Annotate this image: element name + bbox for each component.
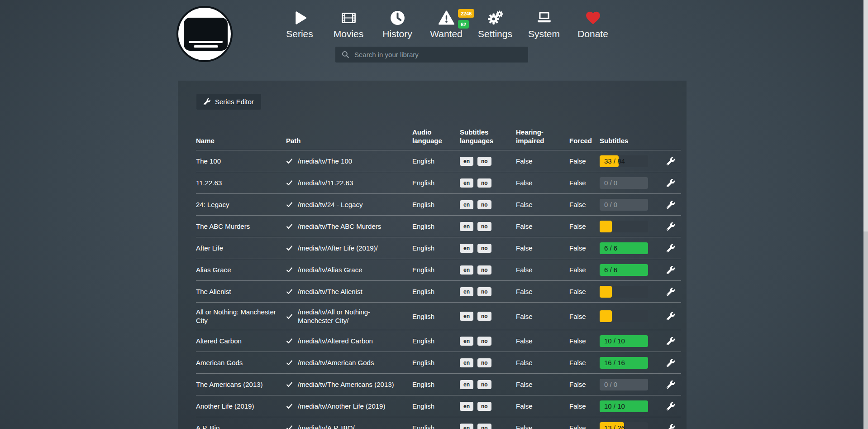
- series-name-link[interactable]: The Alienist: [196, 288, 231, 295]
- series-name-link[interactable]: The Americans (2013): [196, 381, 263, 388]
- subtitles-progress-bar: 6 / 6: [600, 242, 648, 254]
- nav-item-system[interactable]: System: [520, 7, 568, 39]
- subtitles-languages: enno: [460, 200, 516, 209]
- series-name-link[interactable]: Another Life (2019): [196, 402, 254, 410]
- forced-value: False: [569, 358, 600, 367]
- forced-value: False: [569, 244, 600, 252]
- check-icon: [286, 245, 293, 251]
- edit-series-button[interactable]: [667, 179, 675, 187]
- forced-value: False: [569, 222, 600, 231]
- audio-language: English: [412, 178, 460, 187]
- edit-series-button[interactable]: [667, 337, 675, 345]
- audio-language: English: [412, 265, 460, 274]
- subtitles-progress-bar: [600, 310, 648, 322]
- progress-fill: [600, 286, 612, 298]
- nav-item-series[interactable]: Series: [275, 7, 324, 39]
- check-icon: [286, 266, 293, 273]
- nav-item-history[interactable]: History: [373, 7, 422, 39]
- nav-item-donate[interactable]: Donate: [568, 7, 617, 39]
- series-path: /media/tv/24 - Legacy: [298, 200, 362, 209]
- language-badge: en: [460, 380, 473, 389]
- series-name-link[interactable]: The ABC Murders: [196, 222, 250, 230]
- series-name-link[interactable]: American Gods: [196, 359, 243, 366]
- subtitles-progress-bar: [600, 221, 648, 232]
- nav-badge: 62: [458, 20, 469, 29]
- edit-series-button[interactable]: [667, 359, 675, 367]
- series-name-link[interactable]: 24: Legacy: [196, 201, 229, 208]
- wrench-icon: [204, 98, 210, 105]
- progress-label: 16 / 16: [604, 357, 625, 369]
- series-editor-label: Series Editor: [215, 98, 254, 106]
- forced-value: False: [569, 380, 600, 389]
- subtitles-languages: enno: [460, 244, 516, 253]
- subtitles-languages: enno: [460, 380, 516, 389]
- table-row: American Gods /media/tv/American Gods En…: [196, 352, 681, 374]
- progress-label: 6 / 6: [604, 264, 617, 276]
- hearing-impaired-value: False: [516, 402, 569, 410]
- series-path: /media/tv/A.P. BIO/: [298, 424, 355, 429]
- series-name-link[interactable]: A.P. Bio: [196, 424, 219, 429]
- language-badge: no: [477, 380, 491, 389]
- nav-item-movies[interactable]: Movies: [324, 7, 373, 39]
- edit-series-button[interactable]: [667, 222, 675, 231]
- series-name-link[interactable]: The 100: [196, 157, 221, 165]
- series-name-link[interactable]: Alias Grace: [196, 266, 231, 274]
- nav-item-wanted[interactable]: Wanted 224662: [422, 7, 471, 39]
- language-badge: no: [477, 178, 491, 188]
- language-badge: en: [460, 312, 473, 321]
- nav-item-label: Settings: [478, 29, 512, 39]
- series-name-link[interactable]: 11.22.63: [196, 179, 222, 187]
- language-badge: en: [460, 358, 473, 367]
- subtitles-progress-bar: 33 / 84: [600, 155, 648, 167]
- series-path: /media/tv/Altered Carbon: [298, 337, 373, 345]
- series-path: /media/tv/Another Life (2019): [298, 402, 385, 410]
- header-name: Name: [196, 136, 286, 145]
- language-badge: en: [460, 287, 473, 296]
- app-logo[interactable]: [176, 6, 233, 62]
- table-body: The 100 /media/tv/The 100 English enno F…: [196, 150, 681, 429]
- series-path: /media/tv/Alias Grace: [298, 265, 362, 274]
- edit-series-button[interactable]: [667, 244, 675, 252]
- edit-series-button[interactable]: [667, 201, 675, 209]
- series-name-link[interactable]: All or Nothing: Manchester City: [196, 308, 276, 324]
- scrollbar[interactable]: [863, 0, 868, 429]
- edit-series-button[interactable]: [667, 312, 675, 320]
- search-input[interactable]: [335, 47, 528, 63]
- series-path: /media/tv/American Gods: [298, 358, 374, 367]
- edit-series-button[interactable]: [667, 266, 675, 274]
- language-badge: en: [460, 402, 473, 411]
- language-badge: en: [460, 337, 473, 346]
- series-name-link[interactable]: After Life: [196, 244, 223, 252]
- edit-series-button[interactable]: [667, 157, 675, 165]
- nav-item-label: Movies: [334, 29, 364, 39]
- audio-language: English: [412, 200, 460, 209]
- hearing-impaired-value: False: [516, 287, 569, 296]
- nav-item-settings[interactable]: Settings: [471, 7, 520, 39]
- audio-language: English: [412, 380, 460, 389]
- subtitles-progress-bar: [600, 286, 648, 298]
- table-row: The Alienist /media/tv/The Alienist Engl…: [196, 281, 681, 303]
- edit-series-button[interactable]: [667, 288, 675, 296]
- wrench-icon: [667, 179, 675, 187]
- scrollbar-thumb[interactable]: [863, 231, 868, 429]
- wrench-icon: [667, 402, 675, 410]
- edit-series-button[interactable]: [667, 424, 675, 429]
- subtitles-progress-bar: 6 / 6: [600, 264, 648, 276]
- audio-language: English: [412, 358, 460, 367]
- series-editor-button[interactable]: Series Editor: [196, 94, 261, 110]
- hearing-impaired-value: False: [516, 222, 569, 231]
- series-name-link[interactable]: Altered Carbon: [196, 337, 242, 345]
- forced-value: False: [569, 200, 600, 209]
- edit-series-button[interactable]: [667, 381, 675, 389]
- series-path: /media/tv/After Life (2019)/: [298, 244, 378, 252]
- wrench-icon: [667, 201, 675, 209]
- table-row: 24: Legacy /media/tv/24 - Legacy English…: [196, 194, 681, 216]
- header-subtitles-languages: Subtitles languages: [460, 128, 516, 145]
- forced-value: False: [569, 337, 600, 345]
- check-icon: [286, 403, 293, 410]
- check-icon: [286, 158, 293, 164]
- forced-value: False: [569, 265, 600, 274]
- edit-series-button[interactable]: [667, 402, 675, 410]
- wrench-icon: [667, 381, 675, 389]
- progress-label: 6 / 6: [604, 242, 617, 254]
